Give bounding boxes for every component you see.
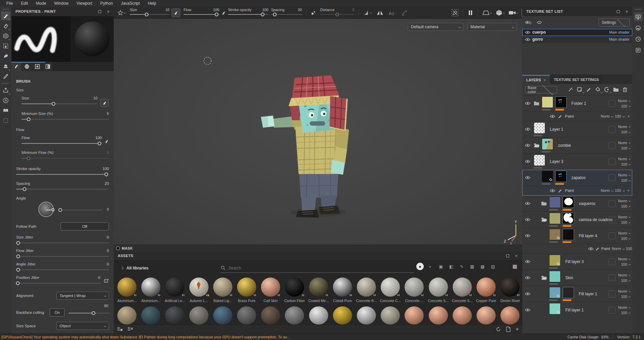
layer-thumbnail[interactable] bbox=[534, 155, 545, 166]
close-panel-icon[interactable]: × bbox=[514, 253, 519, 258]
layer-effect-row[interactable]: PaintNorm100× bbox=[522, 111, 632, 121]
layer-opacity-dropdown[interactable]: 100 bbox=[621, 237, 630, 241]
angle-dial[interactable] bbox=[38, 202, 54, 217]
undock-panel-icon[interactable] bbox=[97, 9, 102, 14]
remove-effect-icon[interactable]: × bbox=[628, 114, 630, 118]
flow-value[interactable]: 100 bbox=[96, 136, 102, 140]
menu-help[interactable]: Help bbox=[144, 0, 160, 6]
material-sphere-row2-12[interactable] bbox=[402, 306, 426, 325]
position-jitter-slider[interactable] bbox=[16, 281, 101, 286]
material-carbon-fiber[interactable]: Carbon Fiber bbox=[282, 278, 306, 303]
expand-libraries-icon[interactable] bbox=[121, 267, 123, 269]
layer-thumbnail[interactable] bbox=[542, 138, 553, 150]
material-sphere[interactable] bbox=[261, 278, 280, 297]
filter-textures-icon[interactable]: ▩ bbox=[479, 263, 486, 270]
substance-source-button[interactable]: S bbox=[1, 96, 10, 105]
log-icon[interactable] bbox=[634, 46, 643, 54]
texture-set-visibility-icon[interactable] bbox=[525, 38, 530, 41]
layer-thumbnail[interactable] bbox=[549, 287, 561, 298]
material-denim-rivet[interactable]: Denim Rivet bbox=[498, 278, 522, 303]
layer-row-fill-layer-1[interactable]: Fill layer 1Norm100 bbox=[522, 286, 632, 302]
material-sphere[interactable] bbox=[477, 278, 496, 297]
blend-mode-dropdown[interactable]: Norm bbox=[618, 289, 630, 293]
layer-thumbnail[interactable] bbox=[549, 255, 561, 266]
material-sphere-row2-16[interactable] bbox=[498, 306, 522, 325]
display-settings-icon[interactable] bbox=[634, 12, 643, 21]
grid-view-icon[interactable]: ▦ bbox=[511, 263, 519, 270]
layer-opacity-dropdown[interactable]: 100 bbox=[621, 162, 630, 166]
size-space-dropdown[interactable]: Object bbox=[56, 322, 109, 330]
layer-row-zombie[interactable]: zombieNorm100 bbox=[522, 137, 632, 154]
material-sphere-row2-8[interactable] bbox=[307, 306, 331, 325]
history-icon[interactable] bbox=[634, 35, 643, 43]
flow-pressure-icon[interactable] bbox=[105, 139, 109, 143]
texture-set-row-gorro[interactable]: gorroMain shader bbox=[522, 36, 632, 43]
viewport-3d[interactable]: Y Z X Default camera Material bbox=[114, 19, 522, 245]
angle-slider[interactable] bbox=[59, 208, 102, 212]
tab-texture-set-settings[interactable]: TEXTURE SET SETTINGS bbox=[550, 75, 603, 84]
shader-settings-icon[interactable] bbox=[634, 24, 643, 32]
layer-visibility-icon[interactable] bbox=[525, 101, 534, 105]
falloff-curve-icon[interactable] bbox=[361, 7, 373, 19]
layer-visibility-icon[interactable] bbox=[525, 143, 534, 147]
texture-set-visibility-icon[interactable] bbox=[525, 31, 530, 34]
material-sphere-row2-1[interactable] bbox=[139, 306, 163, 325]
new-resource-icon[interactable] bbox=[506, 327, 511, 332]
material-sphere[interactable] bbox=[285, 278, 304, 297]
layer-opacity-dropdown[interactable]: 100 bbox=[621, 262, 630, 266]
projection-tool-button[interactable] bbox=[1, 32, 10, 40]
layer-thumbnail[interactable] bbox=[549, 229, 561, 240]
refresh-shelf-icon[interactable] bbox=[496, 327, 501, 332]
flow-jitter-value[interactable]: 0 bbox=[107, 249, 109, 253]
toolbar-drag-handle[interactable] bbox=[3, 9, 9, 10]
toolbar-flow-value[interactable]: 100 bbox=[213, 8, 219, 12]
blend-mode-dropdown[interactable]: Norm bbox=[618, 257, 630, 261]
material-calf-skin[interactable]: Calf Skin bbox=[259, 278, 282, 303]
material-sphere[interactable] bbox=[500, 278, 520, 297]
flow-jitter-slider[interactable] bbox=[16, 254, 109, 259]
texture-set-row-cuerpo[interactable]: cuerpoMain shader bbox=[522, 29, 632, 36]
material-sphere[interactable] bbox=[117, 278, 137, 297]
material-sphere[interactable] bbox=[405, 278, 424, 297]
material-sphere[interactable] bbox=[381, 278, 400, 297]
texture-set-shader[interactable]: Main shader bbox=[609, 30, 630, 34]
layer-mask-thumbnail[interactable] bbox=[563, 197, 574, 208]
menu-file[interactable]: File bbox=[3, 0, 16, 6]
mask-bar[interactable]: MASK bbox=[114, 245, 522, 251]
menu-edit[interactable]: Edit bbox=[17, 0, 32, 6]
menu-viewport[interactable]: Viewport bbox=[73, 0, 96, 6]
size-value[interactable]: 10 bbox=[93, 96, 98, 100]
layer-visibility-icon[interactable] bbox=[525, 234, 534, 238]
toolbar-distance-slider[interactable] bbox=[320, 12, 354, 17]
material-sphere[interactable] bbox=[453, 278, 472, 297]
layer-mask-thumbnail[interactable] bbox=[555, 96, 567, 108]
undock-panel-icon[interactable] bbox=[505, 253, 510, 258]
menu-python[interactable]: Python bbox=[97, 0, 116, 6]
layer-visibility-icon[interactable] bbox=[525, 160, 534, 163]
effect-name[interactable]: Paint bbox=[601, 247, 610, 251]
layer-visibility-icon[interactable] bbox=[525, 260, 534, 263]
blend-mode-dropdown[interactable]: Norm bbox=[618, 141, 630, 145]
material-cobalt-pure[interactable]: Cobalt Pure bbox=[331, 278, 354, 303]
layer-row-vaqueros[interactable]: vaquerosNorm100 bbox=[522, 196, 632, 212]
effect-blend-dropdown[interactable]: Norm bbox=[601, 114, 610, 118]
material-sphere-row2-7[interactable] bbox=[282, 306, 306, 325]
layer-thumbnail[interactable] bbox=[549, 303, 561, 314]
solo-visibility-icon[interactable]: 1 bbox=[536, 20, 542, 25]
toolbar-spacing-value[interactable]: 20 bbox=[298, 8, 302, 12]
blend-mode-dropdown[interactable]: Norm bbox=[618, 173, 630, 177]
material-sphere[interactable] bbox=[429, 278, 448, 297]
layer-mask-thumbnail[interactable] bbox=[563, 229, 574, 240]
tab-alpha[interactable] bbox=[22, 62, 32, 71]
randomize-seed-icon[interactable] bbox=[104, 278, 109, 283]
spacing-slider[interactable] bbox=[16, 187, 109, 192]
perspective-view-icon[interactable] bbox=[481, 7, 493, 19]
layer-row-fill-layer-3[interactable]: Fill layer 3Norm100 bbox=[522, 254, 632, 270]
material-sphere[interactable] bbox=[141, 278, 160, 297]
min-flow-slider[interactable] bbox=[22, 156, 109, 161]
menu-mode[interactable]: Mode bbox=[32, 0, 50, 6]
material-concrete-[interactable]: Concrete ... bbox=[402, 278, 426, 303]
remove-effect-icon[interactable]: × bbox=[628, 188, 630, 193]
layer-opacity-dropdown[interactable]: 100 bbox=[621, 104, 630, 108]
toolbar-stroke-opacity-slider[interactable] bbox=[228, 12, 268, 17]
